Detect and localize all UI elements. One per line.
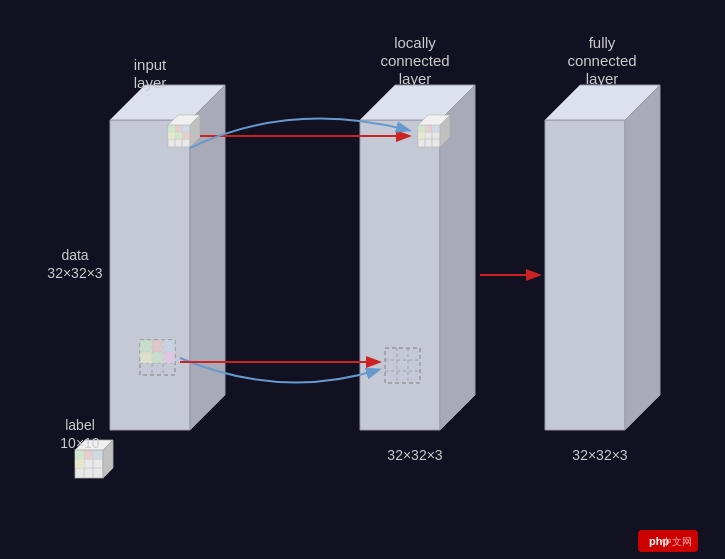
svg-rect-14 (182, 132, 190, 139)
svg-text:input: input (134, 56, 167, 73)
svg-marker-60 (625, 85, 660, 430)
svg-text:layer: layer (399, 70, 432, 87)
svg-rect-34 (84, 450, 93, 459)
svg-rect-47 (418, 125, 425, 132)
svg-text:label: label (65, 417, 95, 433)
svg-rect-11 (182, 125, 190, 132)
svg-rect-26 (152, 352, 163, 363)
svg-rect-9 (168, 125, 175, 132)
svg-rect-35 (93, 450, 103, 459)
svg-rect-50 (418, 132, 425, 139)
svg-text:fully: fully (589, 34, 616, 51)
diagram-svg: input layer locally connected layer full… (0, 0, 725, 559)
svg-rect-36 (75, 459, 84, 468)
svg-marker-58 (545, 120, 625, 430)
svg-marker-39 (360, 120, 440, 430)
svg-rect-13 (175, 132, 182, 139)
svg-rect-23 (152, 340, 163, 352)
svg-text:32×32×3: 32×32×3 (572, 447, 627, 463)
svg-rect-33 (75, 450, 84, 459)
svg-text:data: data (61, 247, 88, 263)
svg-text:locally: locally (394, 34, 436, 51)
svg-text:layer: layer (586, 70, 619, 87)
svg-rect-49 (432, 125, 440, 132)
svg-rect-24 (163, 340, 175, 352)
svg-text:connected: connected (567, 52, 636, 69)
svg-text:32×32×3: 32×32×3 (387, 447, 442, 463)
svg-text:connected: connected (380, 52, 449, 69)
svg-text:10×10: 10×10 (60, 435, 100, 451)
svg-text:32×32×3: 32×32×3 (47, 265, 102, 281)
svg-marker-1 (110, 120, 190, 430)
main-canvas: input layer locally connected layer full… (0, 0, 725, 559)
svg-rect-10 (175, 125, 182, 132)
svg-rect-22 (140, 340, 152, 352)
svg-text:layer: layer (134, 74, 167, 91)
svg-rect-48 (425, 125, 432, 132)
svg-rect-27 (163, 352, 175, 363)
svg-rect-12 (168, 132, 175, 139)
svg-text:中文网: 中文网 (662, 536, 692, 547)
svg-rect-25 (140, 352, 152, 363)
